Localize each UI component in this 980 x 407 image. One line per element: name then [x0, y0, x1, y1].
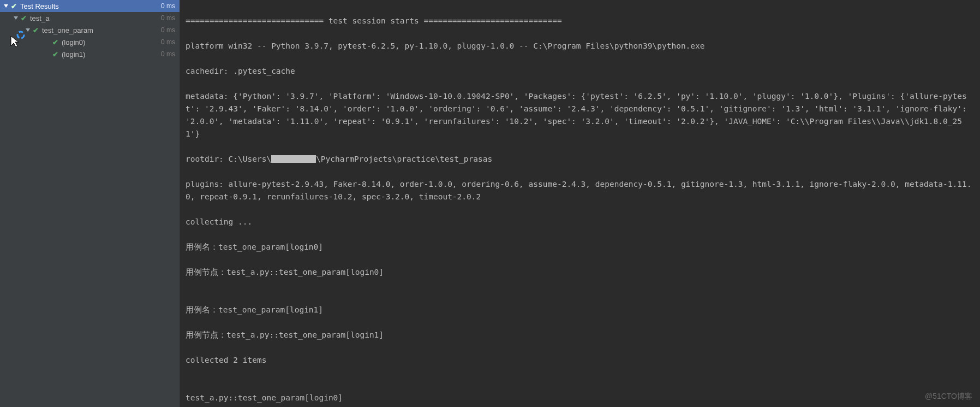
console-line: 用例节点：test_a.py::test_one_param[login0]: [186, 266, 975, 279]
console-line: collected 2 items: [186, 354, 975, 367]
tree-root-time: 0 ms: [161, 2, 175, 10]
pass-icon: ✔: [11, 2, 17, 10]
console-line: plugins: allure-pytest-2.9.43, Faker-8.1…: [186, 178, 975, 203]
console-line: 用例节点：test_a.py::test_one_param[login1]: [186, 329, 975, 341]
tree-node-test_a[interactable]: ✔ test_a 0 ms: [0, 12, 180, 24]
tree-node-time: 0 ms: [161, 38, 175, 46]
tree-node-time: 0 ms: [161, 14, 175, 22]
tree-node-label: (login0): [62, 38, 157, 46]
test-results-tree[interactable]: ✔ Test Results 0 ms ✔ test_a 0 ms ✔ test…: [0, 0, 180, 407]
tree-node-time: 0 ms: [161, 50, 175, 58]
pass-icon: ✔: [21, 14, 27, 22]
console-line: ============================= test sessi…: [186, 15, 975, 27]
watermark: @51CTO博客: [925, 392, 972, 402]
chevron-down-icon: [14, 16, 18, 20]
tree-node-label: (login1): [62, 50, 157, 58]
tree-root-label: Test Results: [20, 2, 157, 10]
pass-icon: ✔: [52, 38, 58, 46]
tree-node-login1[interactable]: ✔ (login1) 0 ms: [0, 48, 180, 60]
tree-node-login0[interactable]: ✔ (login0) 0 ms: [0, 36, 180, 48]
tree-root-test-results[interactable]: ✔ Test Results 0 ms: [0, 0, 180, 12]
tree-node-time: 0 ms: [161, 26, 175, 34]
console-line: platform win32 -- Python 3.9.7, pytest-6…: [186, 40, 975, 52]
pass-icon: ✔: [52, 50, 58, 58]
test-output-console[interactable]: ============================= test sessi…: [180, 0, 980, 407]
tree-node-label: test_one_param: [42, 26, 157, 34]
chevron-down-icon: [4, 4, 8, 8]
rootdir-prefix: rootdir: C:\Users\: [186, 155, 271, 163]
console-line: test_a.py::test_one_param[login0]: [186, 392, 975, 404]
rootdir-suffix: \PycharmProjects\practice\test_prasas: [316, 155, 492, 163]
console-line: metadata: {'Python': '3.9.7', 'Platform'…: [186, 90, 975, 140]
console-line: collecting ...: [186, 216, 975, 228]
console-line: rootdir: C:\Users\\PycharmProjects\pract…: [186, 153, 975, 166]
console-line: cachedir: .pytest_cache: [186, 65, 975, 78]
chevron-down-icon: [26, 28, 30, 32]
tree-node-label: test_a: [30, 14, 157, 22]
pass-icon: ✔: [33, 26, 39, 34]
console-line: 用例名：test_one_param[login0]: [186, 241, 975, 253]
redacted-username: [271, 155, 316, 163]
tree-node-test_one_param[interactable]: ✔ test_one_param 0 ms: [0, 24, 180, 36]
console-line: 用例名：test_one_param[login1]: [186, 304, 975, 316]
